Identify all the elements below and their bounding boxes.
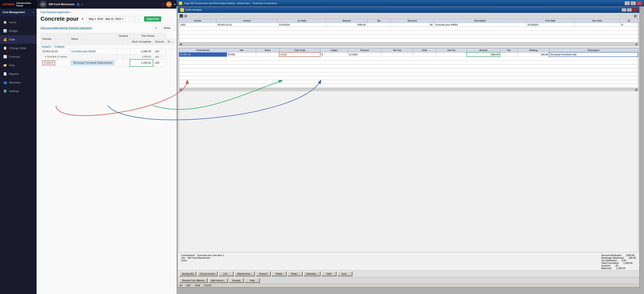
attachments-button[interactable]: Attachments... [234, 272, 255, 276]
sidebar-item-forecast-label: Forecast [9, 55, 20, 58]
delete-button[interactable]: Delete [272, 272, 287, 276]
invoice-summary: Amount distributed: 1000.00 Retainage di… [601, 254, 636, 270]
sage-close-button[interactable]: ✕ [637, 1, 642, 5]
user-dropdown-icon[interactable]: ▾ [174, 2, 176, 6]
retainage-distributed-label: Retainage distributed: [601, 256, 624, 259]
autoset-button[interactable]: Autoset [256, 272, 271, 276]
list-button[interactable]: List... [218, 272, 234, 276]
app-product: Construction Cloud [16, 2, 34, 7]
period-value: May 1, 2024 - May 31, 2024 [89, 18, 121, 20]
button-bar-1: Accept dist Cancel invoice List... Attac… [178, 270, 639, 277]
exempt-button[interactable]: Exempt [229, 278, 244, 283]
joint-button[interactable]: Joint... [337, 272, 352, 276]
top-bar-actions: ? AA ▾ [162, 2, 176, 7]
sidebar-item-home[interactable]: 🏠 Home [0, 18, 36, 26]
upper-grid-section: ▶ ◀ ▶ Vendor Invoice Inv Date Amount Tax [179, 14, 638, 46]
col-extra: A/ [620, 19, 638, 23]
amount-distributed-value: 1000.00 [626, 254, 634, 256]
totals-button[interactable]: Totals... [288, 272, 303, 276]
sidebar-item-forecast[interactable]: 📈 Forecast [0, 52, 36, 61]
table-row-1[interactable]: 03-001-01-01 Concrete pour-PA001 1,000.0… [41, 49, 175, 54]
data-table: Number Name General This Period Work Com… [40, 33, 175, 67]
upper-amount: 1000.00 [326, 23, 367, 27]
sidebar-item-budget[interactable]: 📊 Budget [0, 26, 36, 35]
upper-grid-scrollbar[interactable]: ◀ ▶ [179, 42, 638, 46]
lower-invoice-table: Commitment Job Extra Cost Code Catgry Ac… [179, 48, 638, 88]
filter-button[interactable]: ▽ [153, 25, 159, 31]
amount-button[interactable]: Amou... [161, 25, 175, 31]
hold-button[interactable]: Hold [321, 272, 336, 276]
period-selector[interactable]: May 1, 2024 - May 31, 2024 ▾ [86, 16, 126, 22]
lower-scroll-right-btn[interactable]: ▶ [635, 88, 638, 91]
lower-grid-scrollbar[interactable]: ◀ ▶ [179, 88, 638, 91]
summary-section: Commitment Concrete pour, line item 1 Jo… [178, 253, 639, 270]
forecast-icon: 📈 [3, 55, 7, 58]
col-header-work-completed: Work Completed [130, 39, 153, 45]
lower-scroll-left-btn[interactable]: ◀ [179, 88, 182, 91]
sidebar-item-cost[interactable]: 💰 Cost [0, 35, 36, 44]
add-column-button[interactable]: Add column... [208, 278, 228, 283]
calculate-button[interactable]: Calculate... [304, 272, 320, 276]
table-row-highlighted[interactable]: 3-110-S Structural Formwork-Subcontracts… [41, 60, 175, 66]
extra-row: Extra [181, 259, 224, 262]
user-avatar[interactable]: AA [166, 2, 172, 7]
next-period-button[interactable]: › [136, 16, 141, 22]
expand-link[interactable]: Expand [42, 45, 51, 48]
col-discount: Discount [390, 19, 434, 23]
lower-col-retaing: Retaing [518, 48, 549, 52]
sidebar-item-files-label: Files [9, 64, 15, 67]
settings-icon: ⚙️ [3, 89, 7, 93]
invoice-close-button[interactable]: ✕ [632, 8, 637, 12]
button-bar-2: Receive Lien Waivers Add column... Exemp… [178, 277, 639, 284]
module-selector[interactable]: Cost Management ▾ [0, 8, 36, 16]
lower-col-tax: Tax [500, 48, 518, 52]
sage-window-controls: — □ ✕ [625, 1, 642, 5]
lower-commitment: 03-001-01 [179, 52, 227, 56]
sidebar-item-files[interactable]: 📁 Files [0, 61, 36, 70]
breadcrumb-parent[interactable]: Cost Payment Application [40, 11, 70, 14]
lower-extra [256, 52, 279, 56]
invoice-maximize-button[interactable]: □ [627, 8, 632, 12]
receive-lien-button[interactable]: Receive Lien Waivers [180, 278, 208, 283]
sidebar-item-settings[interactable]: ⚙️ Settings [0, 87, 36, 95]
help-icon[interactable]: ? [162, 3, 164, 6]
status-cap: CAP [186, 284, 191, 287]
row1-pct: 100 [153, 49, 166, 54]
sidebar-item-reports[interactable]: 📄 Reports [0, 70, 36, 78]
schedule-expand-icon[interactable]: ▾ Schedule of Values [41, 54, 70, 60]
upper-empty-row-1 [179, 27, 638, 31]
lower-empty-row-4 [179, 68, 638, 72]
accept-dist-button[interactable]: Accept dist [180, 272, 196, 276]
scroll-left-btn[interactable]: ◀ [184, 14, 187, 18]
sage-status-bar: 00 CAP NUM 5/14/24 [178, 284, 639, 287]
balanced-value: 1,000.00 [616, 267, 625, 270]
page-title-dropdown-icon[interactable]: ▾ [82, 17, 84, 21]
sidebar-item-members[interactable]: 👥 Members [0, 78, 36, 87]
view-budget-link[interactable]: View associated Budget Payment Applicati… [40, 26, 92, 30]
sage-maximize-button[interactable]: □ [631, 1, 636, 5]
sage-minimize-button[interactable]: — [625, 1, 630, 5]
help-button[interactable]: Help [245, 278, 260, 283]
members-icon: 👥 [3, 81, 7, 84]
cancel-invoice-button[interactable]: Cancel invoice [197, 272, 218, 276]
upper-empty-row-3 [179, 35, 638, 38]
col-header-this-period: This Period [130, 33, 166, 39]
tax-distributed-value: 0.00 [622, 259, 626, 262]
upper-table-row-1[interactable]: 1401 03-001-01-01 5/14/2024 1000.00 .00 … [179, 23, 638, 27]
col-header-general-sub1 [117, 39, 123, 45]
scroll-right-end-btn[interactable]: ▶ [635, 42, 638, 46]
scroll-left-end-btn[interactable]: ◀ [179, 42, 182, 46]
globe-icon: 🌐 [77, 3, 80, 6]
schedule-pct: 100 [153, 54, 166, 60]
lower-table-row-1[interactable]: 03-001-01 03-001 3-110 S 21-5002 1000.00 [179, 52, 638, 56]
period-nav-arrows: ‹ › [129, 16, 141, 22]
commitment-row: Commitment Concrete pour, line item 1 [181, 254, 224, 256]
sidebar-item-change-order[interactable]: 📋 Change Order [0, 44, 36, 52]
row1-empty1 [117, 49, 123, 54]
prev-period-button[interactable]: ‹ [129, 16, 134, 22]
collapse-link[interactable]: Collapse [55, 45, 65, 48]
invoice-title-bar: 🟨 Enter Invoices — □ ✕ [178, 7, 639, 13]
lower-grid-section: Commitment Job Extra Cost Code Catgry Ac… [179, 48, 638, 252]
scroll-right-btn[interactable]: ▶ [634, 14, 637, 18]
invoice-minimize-button[interactable]: — [622, 8, 626, 12]
